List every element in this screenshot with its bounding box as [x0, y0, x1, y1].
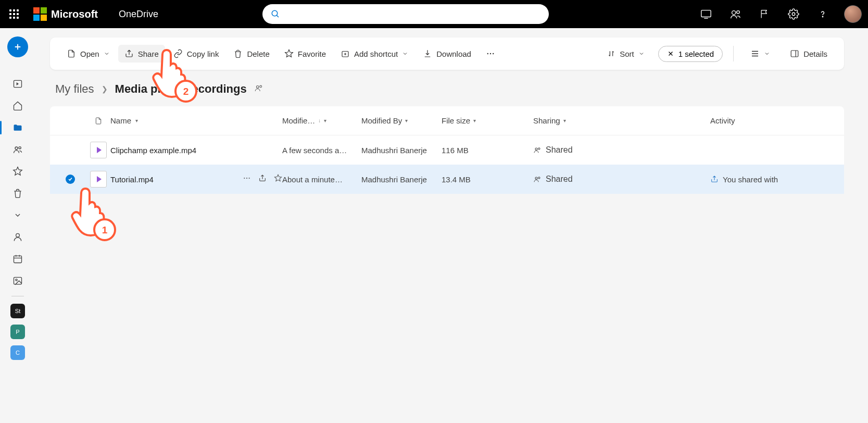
details-button[interactable]: Details	[784, 45, 834, 63]
rail-app-p[interactable]: P	[10, 325, 25, 339]
chevron-down-icon: ▾	[405, 118, 408, 123]
svg-point-12	[16, 279, 17, 281]
rail-favorites-icon[interactable]	[0, 160, 35, 182]
breadcrumb-current[interactable]: Media player recordings	[115, 82, 247, 96]
microsoft-logo[interactable]: Microsoft	[33, 7, 98, 21]
svg-point-18	[256, 86, 259, 89]
file-sharing[interactable]: Shared	[533, 145, 573, 155]
details-pane-icon	[790, 49, 799, 58]
delete-icon	[233, 49, 243, 58]
help-icon[interactable]	[815, 6, 831, 22]
open-button[interactable]: Open	[60, 45, 116, 63]
app-launcher-button[interactable]	[0, 0, 28, 28]
selection-label: 1 selected	[678, 49, 714, 58]
download-button[interactable]: Download	[417, 45, 477, 63]
rail-photos-icon[interactable]	[0, 270, 35, 292]
rail-app-c[interactable]: C	[10, 345, 25, 360]
row-star-icon[interactable]	[274, 174, 282, 184]
share-label: Share	[138, 49, 159, 58]
cmd-right: Sort 1 selected Details	[601, 45, 834, 63]
svg-rect-1	[701, 10, 711, 17]
rail-myfiles-icon[interactable]	[0, 117, 35, 139]
svg-point-9	[16, 233, 20, 237]
svg-point-5	[822, 16, 823, 17]
view-switch-button[interactable]	[744, 45, 776, 63]
svg-point-29	[94, 219, 115, 240]
svg-point-4	[792, 13, 795, 16]
svg-rect-11	[14, 277, 22, 284]
table-row[interactable]: Tutorial.mp4 About a minute… Madhushri B…	[50, 165, 844, 194]
chevron-down-icon: ▾	[324, 118, 326, 123]
delete-button[interactable]: Delete	[227, 45, 275, 63]
file-modified: A few seconds a…	[282, 146, 347, 155]
list-icon	[750, 49, 760, 58]
sort-arrow-icon: ↓	[318, 118, 321, 123]
screen-icon[interactable]	[698, 6, 714, 22]
row-share-icon[interactable]	[258, 174, 267, 184]
add-new-button[interactable]	[7, 36, 28, 57]
file-size: 116 MB	[442, 146, 469, 155]
sort-button[interactable]: Sort	[601, 45, 651, 63]
header-right	[698, 5, 862, 23]
app-name[interactable]: OneDrive	[119, 9, 158, 20]
svg-rect-17	[791, 51, 798, 57]
rail-expand-icon[interactable]	[0, 204, 35, 226]
column-name[interactable]: Name▾	[110, 116, 282, 125]
file-activity: You shared with	[710, 175, 828, 184]
sort-label: Sort	[620, 49, 634, 58]
top-header: Microsoft OneDrive	[0, 0, 868, 28]
file-name[interactable]: Tutorial.mp4	[110, 175, 154, 184]
user-avatar[interactable]	[844, 5, 862, 23]
copy-link-button[interactable]: Copy link	[167, 45, 225, 63]
rail-calendar-icon[interactable]	[0, 248, 35, 270]
file-modified: About a minute…	[282, 175, 343, 184]
file-name[interactable]: Clipchamp example.mp4	[110, 146, 196, 155]
folder-shared-icon	[254, 82, 263, 96]
row-more-icon[interactable]	[243, 174, 251, 184]
column-modified[interactable]: Modifie…↓▾	[282, 116, 361, 125]
svg-point-14	[487, 53, 488, 54]
breadcrumb-root[interactable]: My files	[55, 82, 94, 96]
column-file-size[interactable]: File size▾	[442, 116, 533, 125]
rail-divider	[11, 296, 24, 296]
svg-point-7	[15, 147, 18, 150]
rail-home-icon[interactable]	[0, 95, 35, 117]
rail-shared-icon[interactable]	[0, 139, 35, 160]
people-icon	[533, 146, 542, 154]
svg-point-21	[538, 148, 540, 150]
rail-app-st[interactable]: St	[10, 304, 25, 318]
favorite-label: Favorite	[298, 49, 326, 58]
file-modified-by: Madhushri Banerje	[361, 146, 427, 155]
teams-icon[interactable]	[727, 6, 743, 22]
column-activity[interactable]: Activity	[710, 116, 828, 125]
share-button[interactable]: Share	[118, 45, 165, 63]
svg-point-0	[272, 10, 278, 16]
file-icon	[67, 49, 76, 58]
command-bar: Open Share Copy link Delete Favorite Add…	[50, 38, 844, 70]
table-row[interactable]: Clipchamp example.mp4 A few seconds a… M…	[50, 135, 844, 165]
svg-point-24	[249, 178, 250, 179]
chevron-down-icon	[104, 51, 110, 57]
search-input[interactable]	[262, 4, 549, 24]
add-shortcut-button[interactable]: Add shortcut	[334, 45, 414, 63]
rail-people-icon[interactable]	[0, 226, 35, 248]
brand-text: Microsoft	[51, 8, 98, 20]
rail-previewpane-icon[interactable]	[0, 73, 35, 95]
waffle-icon	[9, 9, 19, 19]
column-sharing[interactable]: Sharing▾	[533, 116, 710, 125]
settings-icon[interactable]	[786, 6, 801, 22]
content-area: Open Share Copy link Delete Favorite Add…	[50, 38, 844, 194]
flag-icon[interactable]	[757, 6, 772, 22]
svg-text:1: 1	[102, 225, 108, 235]
more-button[interactable]	[480, 45, 501, 63]
column-modified-by[interactable]: Modified By▾	[361, 116, 442, 125]
favorite-button[interactable]: Favorite	[278, 45, 332, 63]
file-sharing[interactable]: Shared	[533, 175, 573, 184]
row-check[interactable]	[66, 175, 86, 184]
rail-recycle-icon[interactable]	[0, 182, 35, 204]
svg-rect-10	[14, 256, 22, 263]
left-rail: St P C	[0, 28, 35, 423]
column-file-icon	[86, 116, 110, 126]
svg-point-25	[535, 177, 537, 179]
selection-pill[interactable]: 1 selected	[658, 46, 723, 62]
